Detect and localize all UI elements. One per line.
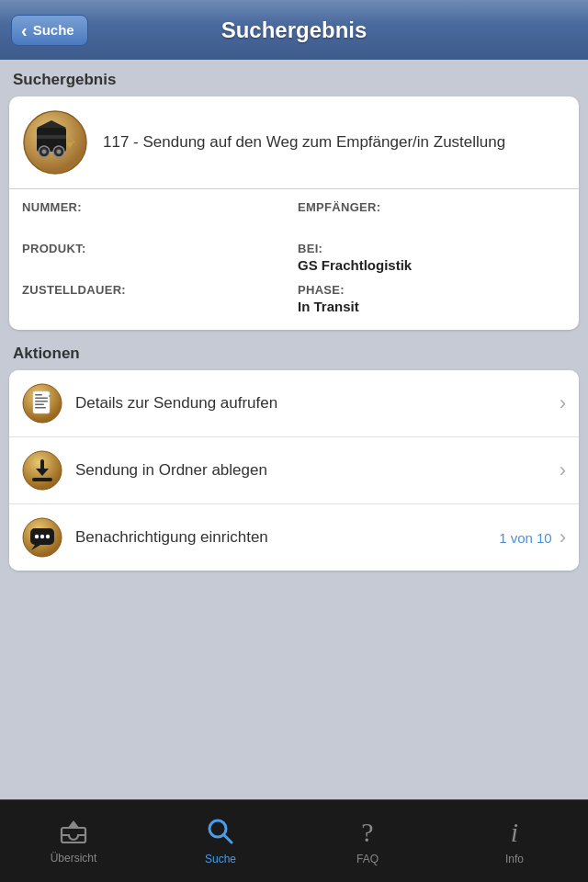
tab-info[interactable]: i Info: [441, 800, 588, 882]
tab-info-label: Info: [505, 853, 524, 865]
chevron-icon-3: ›: [560, 527, 566, 548]
tab-faq-label: FAQ: [356, 853, 379, 865]
search-result-card: 117 - Sendung auf den Weg zum Empfänger/…: [9, 96, 579, 330]
tab-suche-label: Suche: [205, 853, 236, 865]
action-folder-label: Sendung in Ordner ablegen: [75, 461, 560, 480]
svg-point-26: [46, 535, 50, 538]
actions-card: Details zur Sendung aufrufen ›: [9, 370, 579, 571]
svg-text:?: ?: [361, 818, 373, 845]
svg-rect-3: [37, 135, 66, 139]
actions-section-header: Aktionen: [9, 345, 579, 363]
svg-marker-28: [67, 820, 80, 829]
back-button[interactable]: Suche: [11, 15, 88, 46]
detail-zustelldauer: ZUSTELLDAUER:: [22, 283, 290, 317]
action-details[interactable]: Details zur Sendung aufrufen ›: [9, 370, 579, 437]
action-folder[interactable]: Sendung in Ordner ablegen ›: [9, 437, 579, 504]
svg-rect-13: [35, 401, 48, 402]
tab-ubersicht[interactable]: Übersicht: [0, 800, 147, 882]
status-text: 117 - Sendung auf den Weg zum Empfänger/…: [103, 131, 505, 153]
svg-rect-14: [35, 404, 44, 406]
chat-icon: [22, 517, 62, 558]
download-folder-icon: [22, 450, 62, 491]
svg-rect-12: [35, 398, 48, 400]
value-empfaenger: [298, 216, 566, 234]
main-content: Suchergebnis: [0, 60, 588, 799]
detail-produkt: PRODUKT:: [22, 242, 290, 276]
action-details-label: Details zur Sendung aufrufen: [75, 394, 560, 413]
question-icon: ?: [355, 818, 380, 849]
svg-line-30: [224, 835, 232, 842]
svg-text:i: i: [511, 818, 518, 845]
label-bei: BEI:: [298, 242, 566, 255]
details-grid: NUMMER: EMPFÄNGER: PRODUKT: BEI: GS Frac…: [9, 189, 579, 330]
chevron-icon-2: ›: [560, 460, 566, 481]
label-phase: PHASE:: [298, 283, 566, 297]
chevron-icon-1: ›: [560, 393, 566, 413]
back-label: Suche: [33, 22, 74, 38]
svg-point-8: [57, 150, 62, 154]
svg-rect-11: [35, 394, 42, 396]
svg-rect-20: [32, 478, 52, 481]
document-icon: [22, 383, 62, 424]
value-produkt: [22, 257, 290, 276]
svg-point-25: [40, 535, 44, 538]
status-row: 117 - Sendung auf den Weg zum Empfänger/…: [9, 96, 579, 189]
tab-bar: Übersicht Suche ? FAQ i Info: [0, 799, 588, 882]
detail-nummer: NUMMER:: [22, 200, 290, 234]
detail-empfaenger: EMPFÄNGER:: [298, 200, 566, 234]
package-icon: [22, 109, 88, 175]
svg-point-6: [42, 150, 47, 154]
search-result-section-header: Suchergebnis: [9, 71, 579, 89]
header: Suche Suchergebnis: [0, 0, 588, 60]
info-icon: i: [502, 818, 527, 849]
value-nummer: [22, 216, 290, 234]
tab-ubersicht-label: Übersicht: [51, 852, 97, 865]
detail-phase: PHASE: In Transit: [298, 283, 566, 317]
notification-badge: 1 von 10: [499, 530, 552, 546]
value-zustelldauer: [22, 299, 290, 317]
action-notification-label: Benachrichtigung einrichten: [75, 528, 499, 547]
detail-bei: BEI: GS Frachtlogistik: [298, 242, 566, 276]
label-produkt: PRODUKT:: [22, 242, 290, 255]
label-nummer: NUMMER:: [22, 200, 290, 214]
svg-point-24: [35, 535, 39, 538]
svg-rect-15: [35, 407, 46, 409]
label-empfaenger: EMPFÄNGER:: [298, 200, 566, 214]
tab-suche[interactable]: Suche: [147, 800, 294, 882]
inbox-icon: [60, 819, 87, 848]
action-notification[interactable]: Benachrichtigung einrichten 1 von 10 ›: [9, 504, 579, 571]
search-icon: [207, 818, 234, 849]
label-zustelldauer: ZUSTELLDAUER:: [22, 283, 290, 297]
value-bei: GS Frachtlogistik: [298, 257, 566, 273]
page-title: Suchergebnis: [221, 17, 368, 43]
value-phase: In Transit: [298, 299, 566, 314]
tab-faq[interactable]: ? FAQ: [294, 800, 441, 882]
